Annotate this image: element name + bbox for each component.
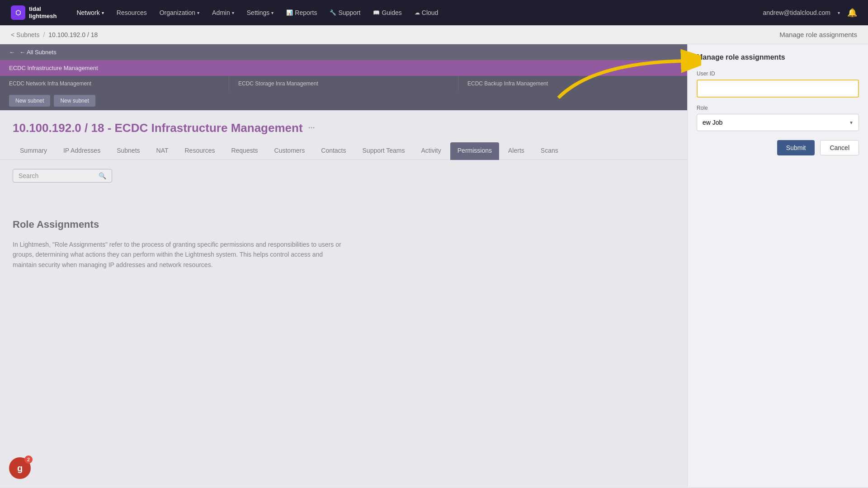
nav-item-support[interactable]: 🔧 Support (324, 6, 366, 19)
avatar-badge: 2 (24, 455, 33, 464)
new-subnet-row: New subnet New subnet (0, 91, 687, 110)
user-email[interactable]: andrew@tidalcloud.com (763, 9, 830, 16)
nav-item-reports[interactable]: 📊 Reports (281, 6, 322, 19)
right-panel: Manage role assignments User ID Role ew … (687, 44, 868, 487)
tab-requests[interactable]: Requests (224, 142, 265, 160)
role-select-wrapper: ew Job (697, 114, 859, 131)
nav-links: Network ▾ Resources Organization ▾ Admin… (71, 6, 748, 19)
nav-item-resources[interactable]: Resources (111, 6, 152, 19)
user-avatar[interactable]: g 2 (9, 457, 31, 479)
tab-contacts[interactable]: Contacts (314, 142, 353, 160)
role-select[interactable]: ew Job (697, 114, 859, 131)
more-options-icon[interactable]: ··· (308, 123, 315, 133)
tabs-bar: Summary IP Addresses Subnets NAT Resourc… (0, 142, 687, 160)
breadcrumb-current: 10.100.192.0 / 18 (48, 31, 98, 38)
submit-button[interactable]: Submit (777, 140, 815, 155)
breadcrumb: < Subnets / 10.100.192.0 / 18 (11, 31, 98, 38)
nav-item-guides[interactable]: 📖 Guides (368, 6, 407, 19)
tab-subnets[interactable]: Subnets (109, 142, 147, 160)
nav-item-organization[interactable]: Organization ▾ (154, 6, 205, 19)
tab-alerts[interactable]: Alerts (501, 142, 532, 160)
chevron-down-icon: ▾ (102, 10, 104, 15)
breadcrumb-separator: / (43, 31, 45, 38)
user-id-field-group: User ID (697, 70, 859, 98)
user-id-input[interactable] (697, 80, 859, 98)
tab-activity[interactable]: Activity (414, 142, 448, 160)
main-content: ← ← All Subnets ECDC Infrastructure Mana… (0, 44, 687, 487)
role-assignments-description: In Lightmesh, "Role Assignments" refer t… (13, 239, 343, 270)
subnet-child-3[interactable]: ECDC Backup Infra Management (458, 76, 687, 91)
subnet-child-1[interactable]: ECDC Network Infra Management (0, 76, 229, 91)
top-navigation: ⬡ tidallightmesh Network ▾ Resources Org… (0, 0, 868, 25)
breadcrumb-bar: < Subnets / 10.100.192.0 / 18 Manage rol… (0, 25, 868, 44)
breadcrumb-back[interactable]: < Subnets (11, 31, 39, 38)
user-id-label: User ID (697, 70, 859, 77)
search-icon: 🔍 (99, 172, 106, 179)
subnet-child-2[interactable]: ECDC Storage Inra Management (229, 76, 458, 91)
arrow-left-icon: ← (9, 49, 15, 56)
nav-item-settings[interactable]: Settings ▾ (241, 6, 279, 19)
manage-role-button[interactable]: Manage role assignments (779, 31, 857, 38)
search-box: 🔍 (13, 169, 112, 183)
tab-scans[interactable]: Scans (533, 142, 566, 160)
action-buttons: Submit Cancel (697, 140, 859, 155)
new-subnet-button-1[interactable]: New subnet (9, 95, 50, 107)
search-area: 🔍 (0, 160, 687, 192)
selected-subnet-row[interactable]: ECDC Infrastructure Management (0, 60, 687, 76)
logo-icon: ⬡ (11, 5, 25, 20)
chevron-down-icon: ▾ (271, 10, 274, 15)
content-wrapper: ← ← All Subnets ECDC Infrastructure Mana… (0, 44, 868, 487)
chevron-down-icon: ▾ (197, 10, 199, 15)
page-title: 10.100.192.0 / 18 - ECDC Infrastructure … (13, 121, 675, 135)
logo[interactable]: ⬡ tidallightmesh (11, 5, 57, 20)
all-subnets-link[interactable]: ← ← All Subnets (0, 44, 687, 60)
subnet-tree: ← ← All Subnets ECDC Infrastructure Mana… (0, 44, 687, 110)
tab-customers[interactable]: Customers (267, 142, 312, 160)
page-header: 10.100.192.0 / 18 - ECDC Infrastructure … (0, 110, 687, 142)
tab-ip-addresses[interactable]: IP Addresses (56, 142, 108, 160)
tab-summary[interactable]: Summary (13, 142, 54, 160)
tab-nat[interactable]: NAT (149, 142, 176, 160)
nav-item-cloud[interactable]: ☁ Cloud (409, 6, 444, 19)
tab-resources[interactable]: Resources (178, 142, 222, 160)
chevron-down-icon[interactable]: ▾ (838, 10, 840, 15)
tab-permissions[interactable]: Permissions (450, 142, 499, 160)
bell-icon[interactable]: 🔔 (847, 8, 857, 18)
search-input[interactable] (19, 172, 99, 179)
role-field-group: Role ew Job (697, 105, 859, 131)
tab-support-teams[interactable]: Support Teams (355, 142, 412, 160)
chevron-down-icon: ▾ (232, 10, 234, 15)
nav-right: andrew@tidalcloud.com ▾ 🔔 (763, 8, 857, 18)
nav-item-network[interactable]: Network ▾ (71, 6, 109, 19)
role-assignments-section: Role Assignments In Lightmesh, "Role Ass… (0, 210, 687, 279)
cancel-button[interactable]: Cancel (820, 140, 859, 155)
subnet-children-row: ECDC Network Infra Management ECDC Stora… (0, 76, 687, 91)
logo-text: tidallightmesh (29, 5, 57, 19)
role-assignments-title: Role Assignments (13, 219, 675, 230)
nav-item-admin[interactable]: Admin ▾ (207, 6, 240, 19)
new-subnet-button-2[interactable]: New subnet (54, 95, 95, 107)
role-label: Role (697, 105, 859, 111)
right-panel-title: Manage role assignments (697, 53, 859, 61)
